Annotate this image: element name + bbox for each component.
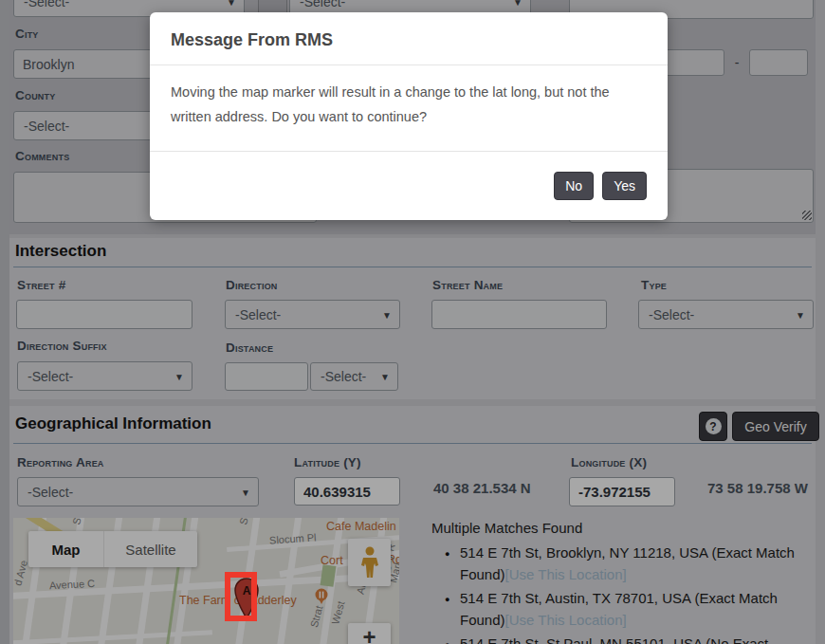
marker-highlight-annotation xyxy=(225,572,257,621)
yes-button[interactable]: Yes xyxy=(602,172,647,200)
dialog-title: Message From RMS xyxy=(150,12,668,65)
rms-message-dialog: Message From RMS Moving the map marker w… xyxy=(150,12,668,220)
no-button[interactable]: No xyxy=(554,172,594,200)
dialog-body-text: Moving the map marker will result in a c… xyxy=(150,65,668,151)
dialog-footer: No Yes xyxy=(150,151,668,220)
page: -Select- -Select- City - County -Select-… xyxy=(0,0,825,644)
